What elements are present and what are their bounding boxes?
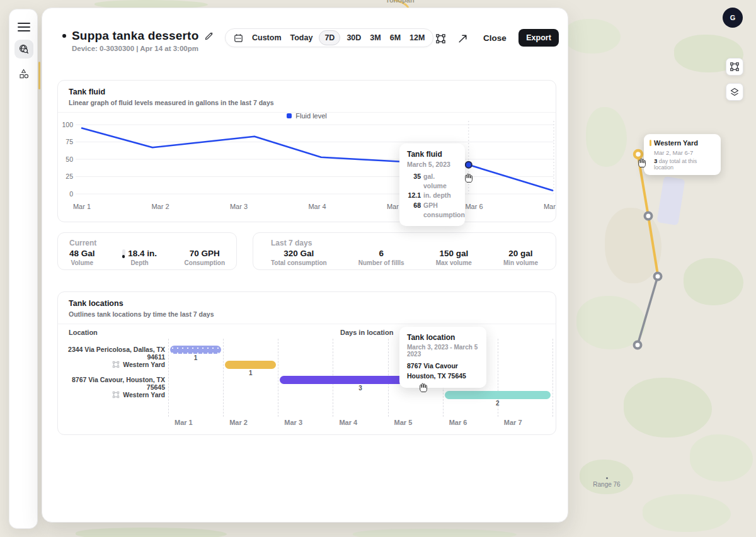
map-tooltip-title: Western Yard (654, 139, 698, 147)
device-detail-panel: Suppa tanka desserto Device: 0-3030300 |… (42, 8, 568, 523)
range-3m[interactable]: 3M (370, 33, 381, 42)
chart-legend: Fluid level (58, 112, 556, 120)
geofence-icon (112, 361, 120, 368)
gantt-bar[interactable] (445, 391, 551, 399)
week-stats-card: Last 7 days 320 Gal Total consumption 6 … (253, 232, 556, 270)
fluid-card-subtitle: Linear graph of fluid levels measured in… (69, 99, 545, 106)
assets-button[interactable] (19, 69, 29, 82)
gantt-bar-days: 2 (445, 400, 551, 407)
map-terrain-patch (564, 19, 621, 54)
gantt-bar-days: 1 (225, 370, 276, 376)
fluid-line-chart[interactable]: 1007550250Mar 1Mar 2Mar 3Mar 4Mar 5Mar 6… (58, 121, 557, 215)
gantt-x-label: Mar 2 (229, 419, 248, 426)
expand-icon[interactable] (457, 33, 468, 44)
svg-text:75: 75 (66, 138, 73, 145)
svg-text:Mar 1: Mar 1 (73, 203, 91, 210)
map-terrain-patch (353, 529, 517, 537)
close-button[interactable]: Close (483, 33, 507, 43)
current-label: Current (69, 239, 225, 247)
globe-search-icon (18, 43, 30, 55)
gantt-gridline (278, 339, 278, 417)
range-custom[interactable]: Custom (252, 33, 282, 42)
gantt-gridline (553, 339, 553, 417)
legend-label: Fluid level (295, 112, 327, 120)
status-dot (62, 34, 66, 38)
stat-total-consumption: 320 Gal Total consumption (271, 249, 327, 266)
range-12m[interactable]: 12M (410, 33, 425, 42)
geofence-icon (730, 62, 740, 72)
fluid-chart-tooltip: Tank fluid March 5, 2023 35gal. volume 1… (399, 144, 465, 226)
avatar[interactable]: G (723, 8, 743, 28)
cursor-icon (637, 157, 646, 171)
svg-text:100: 100 (62, 121, 73, 128)
gantt-x-label: Mar 4 (339, 419, 357, 426)
map-marker (645, 213, 652, 220)
map-terrain-patch (690, 434, 753, 482)
map-layers-button[interactable] (726, 83, 743, 101)
gantt-x-label: Mar 3 (284, 419, 302, 426)
shapes-icon (19, 69, 29, 80)
fluid-card-title: Tank fluid (69, 88, 545, 96)
svg-text:Mar 7: Mar 7 (544, 203, 557, 210)
map-explore-button[interactable] (14, 40, 33, 59)
map-terrain-patch (624, 378, 712, 438)
map-terrain-patch (643, 494, 731, 532)
map-range-label: Range 76 (585, 477, 629, 488)
range-6m[interactable]: 6M (390, 33, 401, 42)
legend-swatch (287, 113, 292, 118)
gantt-x-label: Mar 7 (504, 419, 522, 426)
map-marker (634, 342, 641, 349)
svg-text:Mar 6: Mar 6 (465, 203, 483, 210)
tank-locations-card: Tank locations Outlines tank locations b… (57, 291, 556, 435)
stat-consumption: 70 GPH Consumption (185, 249, 225, 266)
left-sidebar (9, 9, 38, 529)
stat-max-volume: 150 gal Max volume (436, 249, 472, 266)
stat-number-of-fills: 6 Number of fillls (358, 249, 404, 266)
svg-text:0: 0 (69, 190, 73, 198)
svg-text:Mar 3: Mar 3 (230, 203, 248, 210)
page-title: Suppa tanka desserto (72, 29, 198, 43)
calendar-icon[interactable] (234, 33, 243, 43)
gantt-bar[interactable] (225, 361, 276, 369)
stat-min-volume: 20 gal Min volume (503, 249, 538, 266)
location-row-label: 2344 Via Pericolosa, Dallas, TX 94611 (64, 346, 165, 361)
map-road (38, 62, 40, 89)
gantt-bar[interactable] (170, 346, 221, 354)
gantt-x-label: Mar 6 (449, 419, 467, 426)
cursor-icon (418, 382, 428, 395)
depth-gauge-icon (122, 249, 125, 258)
map-tooltip-dates: Mar 2, Mar 6-7 (654, 149, 715, 156)
cursor-icon (464, 172, 473, 186)
svg-text:Mar 2: Mar 2 (151, 203, 169, 210)
panel-header: Suppa tanka desserto Device: 0-3030300 |… (62, 29, 214, 52)
svg-text:Mar 4: Mar 4 (308, 203, 326, 210)
map-marker (655, 273, 662, 280)
edit-title-icon[interactable] (204, 31, 214, 41)
menu-button[interactable] (18, 20, 30, 34)
geofence-tool-button[interactable] (726, 58, 743, 76)
gantt-bar-days: 1 (170, 354, 221, 361)
geofence-icon[interactable] (435, 33, 446, 44)
device-subtitle: Device: 0-3030300 | Apr 14 at 3:00pm (72, 45, 214, 52)
export-button[interactable]: Export (518, 29, 559, 47)
range-30d[interactable]: 30D (346, 33, 361, 42)
location-row-label: 8767 Via Cavour, Houston, TX 75645 (64, 376, 165, 391)
gantt-gridline (223, 339, 224, 417)
range-today[interactable]: Today (290, 33, 313, 42)
week-label: Last 7 days (271, 239, 538, 247)
gantt-gridline (168, 339, 169, 417)
location-row-label: Western Yard (64, 391, 165, 399)
map-place-label: Tonopah (386, 0, 415, 4)
gantt-x-label: Mar 5 (394, 419, 413, 426)
current-stats-card: Current 48 Gal Volume 18.4 in. Depth 70 … (57, 232, 237, 270)
range-7d[interactable]: 7D (319, 30, 340, 45)
map-terrain-patch (76, 528, 227, 537)
svg-text:25: 25 (66, 172, 73, 180)
map-tooltip-total: 3 day total at this location (654, 157, 715, 171)
date-range-group: Custom Today 7D 30D 3M 6M 12M (225, 28, 433, 47)
stat-depth: 18.4 in. Depth (122, 249, 157, 266)
location-tooltip: Tank location March 3, 2023 - March 5 20… (399, 327, 486, 388)
stat-volume: 48 Gal Volume (69, 249, 95, 266)
map-location-tooltip: Western Yard Mar 2, Mar 6-7 3 day total … (644, 134, 721, 175)
location-row-label: Western Yard (64, 361, 165, 368)
